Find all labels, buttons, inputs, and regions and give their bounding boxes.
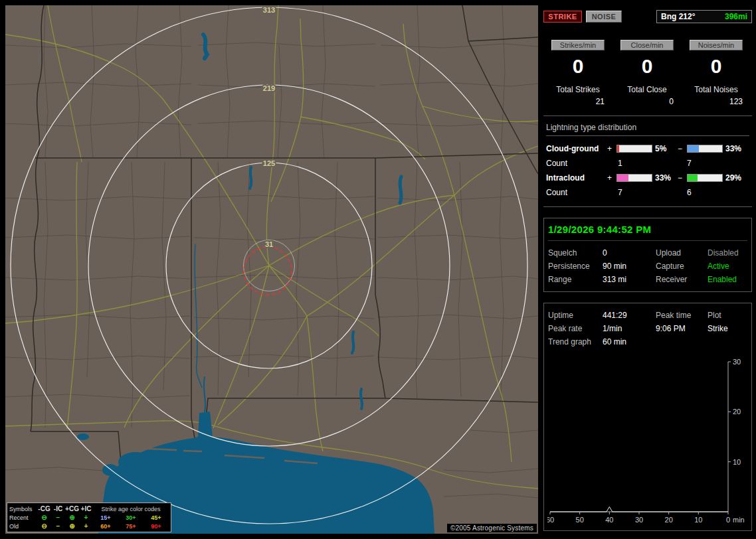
pos-ic-old-icon: + — [79, 522, 93, 530]
distribution-title: Lightning type distribution — [546, 123, 749, 136]
neg-ic-recent-icon: − — [51, 514, 65, 521]
lake-maurepas — [102, 464, 118, 476]
legend-row-recent: Recent ⊖ − ⊕ + 15+ 30+ 45+ — [9, 513, 169, 522]
age-90: 90+ — [146, 523, 166, 530]
noises-counter: Noises/min 0 Total Noises 123 — [682, 40, 751, 106]
total-noises-value: 123 — [682, 97, 751, 106]
count-label: Count — [546, 188, 607, 197]
legend-col-pos-ic: +IC — [79, 505, 93, 512]
trend-graph-value: 60 min — [603, 337, 656, 346]
ic-plus-bar — [616, 174, 652, 182]
uptime-trend-box: Uptime 441:29 Peak time Plot Peak rate 1… — [543, 303, 752, 531]
range-label-219: 219 — [263, 84, 275, 92]
settings-row: Persistence 90 min Capture Active — [548, 260, 747, 273]
legend-recent-label: Recent — [9, 514, 37, 521]
legend-col-neg-cg: -CG — [37, 505, 51, 512]
cg-plus-count: 1 — [615, 159, 676, 168]
range-label-125: 125 — [263, 159, 275, 167]
cg-minus-bar — [687, 145, 723, 153]
svg-text:30: 30 — [635, 516, 643, 524]
total-noises-label: Total Noises — [694, 85, 737, 94]
svg-text:20: 20 — [665, 516, 673, 524]
ic-minus-bar — [687, 174, 723, 182]
cg-plus-bar — [616, 145, 652, 153]
svg-text:30: 30 — [733, 358, 741, 366]
age-75: 75+ — [121, 523, 141, 530]
neg-cg-recent-icon: ⊖ — [37, 514, 51, 521]
intracloud-count-row: Count 7 6 — [546, 185, 749, 200]
plus-sign: + — [607, 173, 615, 183]
receiver-status: Enabled — [708, 275, 747, 284]
strikes-counter: Strikes/min 0 Total Strikes 21 — [543, 40, 613, 106]
uptime-value: 441:29 — [603, 311, 656, 320]
ic-plus-count: 7 — [615, 188, 676, 197]
status-row: Uptime 441:29 Peak time Plot — [548, 309, 747, 322]
legend-col-pos-cg: +CG — [65, 505, 79, 512]
close-per-min-button[interactable]: Close/min — [620, 40, 674, 50]
svg-text:10: 10 — [733, 458, 741, 466]
upload-label: Upload — [656, 248, 708, 258]
pos-cg-recent-icon: ⊕ — [65, 514, 79, 521]
total-close-label: Total Close — [627, 85, 666, 94]
svg-text:50: 50 — [576, 516, 584, 524]
squelch-value: 0 — [603, 248, 656, 258]
count-label: Count — [546, 159, 607, 168]
nexstorm-window: 313 219 125 31 Symbols -CG -IC +CG +IC S… — [0, 0, 756, 539]
legend-old-label: Old — [9, 523, 37, 530]
close-per-min-value: 0 — [642, 56, 653, 77]
trend-graph: 6050403020100102030min — [547, 358, 748, 525]
cg-minus-count: 7 — [684, 159, 745, 168]
noise-indicator-button[interactable]: NOISE — [586, 11, 622, 23]
total-close-value: 0 — [613, 97, 682, 106]
noises-per-min-button[interactable]: Noises/min — [690, 40, 743, 50]
receiver-settings: 1/29/2026 9:44:52 PM Squelch 0 Upload Di… — [543, 218, 752, 292]
age-45: 45+ — [146, 514, 166, 521]
range-value: 313 mi — [603, 275, 656, 284]
minus-sign: − — [678, 173, 686, 183]
strikes-per-min-button[interactable]: Strikes/min — [551, 40, 605, 50]
svg-text:0: 0 — [726, 516, 730, 524]
noises-per-min-value: 0 — [711, 56, 722, 77]
upload-status: Disabled — [708, 248, 747, 258]
peak-rate-value: 1/min — [603, 324, 656, 333]
map-attribution: ©2005 Astrogenic Systems — [447, 524, 537, 532]
svg-text:min: min — [733, 516, 745, 524]
pos-cg-old-icon: ⊕ — [65, 522, 79, 530]
bearing-display: Bng 212° 396mi — [656, 10, 752, 23]
svg-text:20: 20 — [733, 408, 741, 416]
intracloud-row: Intracloud + 33% − 29% — [546, 171, 749, 185]
indicator-bar: STRIKE NOISE Bng 212° 396mi — [543, 9, 752, 24]
close-counter: Close/min 0 Total Close 0 — [613, 40, 682, 106]
status-row: Peak rate 1/min 9:06 PM Strike — [548, 322, 747, 335]
legend-symbols-title: Symbols — [9, 506, 37, 512]
cloud-ground-label: Cloud-ground — [546, 144, 607, 153]
small-lake — [77, 433, 89, 440]
persistence-value: 90 min — [603, 262, 656, 271]
status-row: Trend graph 60 min — [548, 335, 747, 348]
pos-ic-recent-icon: + — [79, 514, 93, 521]
lightning-distribution: Lightning type distribution Cloud-ground… — [543, 116, 752, 207]
plus-sign: + — [607, 144, 615, 153]
total-strikes-label: Total Strikes — [556, 85, 599, 94]
bearing-distance: 396mi — [725, 12, 747, 21]
age-60: 60+ — [96, 523, 116, 530]
rate-counters: Strikes/min 0 Total Strikes 21 Close/min… — [543, 40, 752, 116]
lightning-map[interactable]: 313 219 125 31 Symbols -CG -IC +CG +IC S… — [5, 5, 538, 534]
plot-label: Plot — [708, 311, 747, 320]
uptime-label: Uptime — [548, 311, 603, 320]
ic-minus-count: 6 — [684, 188, 745, 197]
datetime-display: 1/29/2026 9:44:52 PM — [548, 224, 747, 241]
map-legend: Symbols -CG -IC +CG +IC Strike age color… — [7, 502, 171, 532]
strike-indicator-button[interactable]: STRIKE — [543, 11, 582, 23]
settings-row: Squelch 0 Upload Disabled — [548, 246, 747, 260]
peak-time-label: Peak time — [656, 311, 708, 320]
settings-row: Range 313 mi Receiver Enabled — [548, 273, 747, 286]
plot-value: Strike — [708, 324, 747, 333]
strikes-per-min-value: 0 — [573, 56, 584, 77]
capture-label: Capture — [656, 262, 708, 271]
control-panel: STRIKE NOISE Bng 212° 396mi Strikes/min … — [543, 5, 752, 534]
peak-rate-label: Peak rate — [548, 324, 603, 333]
cg-plus-pct: 5% — [654, 144, 678, 153]
cg-minus-pct: 33% — [724, 144, 748, 153]
bearing-value: Bng 212° — [661, 12, 695, 21]
